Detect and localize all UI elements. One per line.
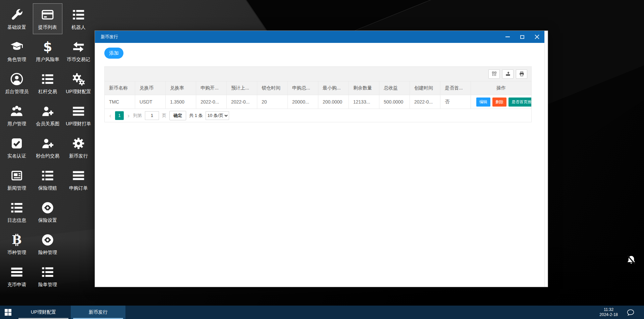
sidebar-item-insurance-type-management[interactable]: 险种管理 — [33, 229, 62, 259]
edit-button[interactable]: 编辑 — [476, 98, 490, 107]
sidebar-item-leverage-trading[interactable]: 杠杆交易 — [33, 68, 62, 99]
cell-exchange-coin: USDT — [135, 95, 166, 109]
homepage-recommend-button[interactable]: 是否首页推荐 — [508, 98, 532, 107]
cell-total-earnings: 500.0000 — [379, 95, 410, 109]
dollar-icon: $ — [41, 40, 54, 54]
cell-remaining: 12133... — [349, 95, 379, 109]
sidebar-item-coin-trade-records[interactable]: 币币交易记 — [64, 36, 93, 66]
sidebar-item-new-coin-issue[interactable]: 新币发行 — [64, 132, 93, 163]
exchange-arrows-icon — [72, 40, 85, 54]
prev-page-button[interactable]: ‹ — [109, 113, 112, 119]
sidebar-item-member-relation-graph[interactable]: 会员关系图 — [33, 100, 62, 131]
sidebar-item-deposit-requests[interactable]: 充币申请 — [2, 261, 32, 292]
sidebar-item-news-management[interactable]: 新闻管理 — [2, 164, 32, 195]
start-button[interactable] — [0, 306, 16, 319]
column-header: 兑换币 — [135, 81, 166, 95]
total-count-label: 共 1 条 — [189, 113, 203, 119]
next-page-button[interactable]: › — [127, 113, 130, 119]
sidebar-item-coin-management[interactable]: B 币种管理 — [2, 229, 32, 259]
taskbar-tab-label: 新币发行 — [89, 309, 108, 315]
columns-icon — [491, 71, 497, 77]
confirm-page-button[interactable]: 确定 — [169, 111, 186, 120]
sidebar-item-user-management[interactable]: 用户管理 — [2, 100, 32, 131]
sidebar-item-label: 机器人 — [71, 24, 86, 30]
sidebar-item-label: 基础设置 — [7, 24, 26, 30]
new-coin-table: 新币名称 兑换币 兑换率 申购开... 预计上... 锁仓时间 申购总... 最… — [104, 81, 532, 109]
sidebar-item-label: UP理财打单 — [66, 121, 91, 127]
bitcoin-icon: B — [10, 233, 23, 247]
graduation-cap-icon — [10, 40, 23, 54]
taskbar-tab-new-coin-issue[interactable]: 新币发行 — [71, 306, 125, 319]
sidebar-item-insurance-claims[interactable]: 保险理赔 — [33, 164, 62, 195]
cell-actions: 编辑删除是否首页推荐 — [471, 95, 532, 109]
close-icon — [535, 35, 539, 39]
column-header: 创建时间 — [410, 81, 440, 95]
insurance-logo-icon — [41, 233, 54, 247]
sidebar-item-withdraw-list[interactable]: 提币列表 — [33, 3, 62, 34]
sidebar-item-log-info[interactable]: 日志信息 — [2, 196, 32, 227]
minimize-icon — [505, 37, 510, 37]
maximize-button[interactable] — [515, 31, 530, 43]
clock-date: 2024-2-18 — [599, 312, 618, 317]
sidebar-item-label: 险种管理 — [38, 250, 57, 256]
sidebar-item-label: 币币交易记 — [67, 57, 90, 63]
sidebar-item-basic-settings[interactable]: 基础设置 — [2, 3, 32, 34]
sidebar-item-up-wealth-orders[interactable]: UP理财打单 — [64, 100, 93, 131]
export-icon — [505, 71, 511, 77]
sidebar-item-second-contract-trading[interactable]: 秒合约交易 — [33, 132, 62, 163]
window-title: 新币发行 — [101, 34, 118, 40]
taskbar: UP理财配置 新币发行 11:32 2024-2-18 — [0, 306, 644, 319]
sidebar-item-up-wealth-config[interactable]: UP理财配置 — [64, 68, 93, 99]
delete-button[interactable]: 删除 — [492, 98, 506, 107]
print-button[interactable] — [516, 69, 527, 79]
wrench-icon — [10, 7, 23, 22]
taskbar-tab-up-wealth-config[interactable]: UP理财配置 — [16, 306, 71, 319]
cell-created-time: 2022-0... — [410, 95, 440, 109]
column-header: 兑换率 — [166, 81, 196, 95]
goto-page-input[interactable] — [145, 111, 159, 120]
notification-bell-muted-icon[interactable] — [626, 255, 637, 265]
sidebar-item-label: 日志信息 — [7, 217, 26, 224]
user-plus-icon — [41, 136, 54, 151]
sidebar-item-policy-management[interactable]: 险单管理 — [33, 261, 62, 292]
column-header: 是否首... — [440, 81, 471, 95]
page-1-button[interactable]: 1 — [115, 111, 124, 120]
user-plus-icon — [41, 104, 54, 119]
window-scrollbar[interactable] — [544, 31, 548, 287]
cell-expected-listing: 2022-0... — [227, 95, 257, 109]
minimize-button[interactable] — [500, 31, 515, 43]
sidebar-item-robot[interactable]: 机器人 — [64, 3, 93, 34]
column-header: 总收益 — [379, 81, 410, 95]
columns-button[interactable] — [488, 69, 500, 79]
gear-icon — [72, 136, 85, 151]
windows-logo-icon — [5, 309, 11, 316]
window-titlebar: 新币发行 — [95, 31, 548, 43]
page-size-select[interactable]: 10 条/页 — [206, 111, 229, 120]
bars-icon — [10, 265, 23, 279]
sidebar-item-insurance-settings[interactable]: 保险设置 — [33, 196, 62, 227]
sidebar-item-label: 充币申请 — [7, 282, 26, 288]
sidebar-item-label: 险单管理 — [38, 282, 57, 288]
list-icon — [41, 72, 54, 86]
sidebar-item-role-management[interactable]: 角色管理 — [2, 36, 32, 66]
taskbar-clock[interactable]: 11:32 2024-2-18 — [599, 307, 618, 317]
cell-is-homepage: 否 — [440, 95, 471, 109]
add-button[interactable]: 添加 — [104, 48, 123, 59]
sidebar-item-kyc[interactable]: 实名认证 — [2, 132, 32, 163]
pagination-bar: ‹ 1 › 到第 页 确定 共 1 条 10 条/页 — [104, 109, 532, 122]
list-icon — [10, 200, 23, 215]
sidebar-item-label: 新闻管理 — [7, 185, 26, 191]
list-icon — [72, 7, 85, 22]
sidebar-item-subscription-orders[interactable]: 申购订单 — [64, 164, 93, 195]
cell-subscribe-start: 2022-0... — [196, 95, 227, 109]
sidebar-item-user-risk-rate[interactable]: $ 用户风险率 — [33, 36, 62, 66]
sidebar-item-admin-users[interactable]: 后台管理员 — [2, 68, 32, 99]
chat-bubble-icon[interactable] — [627, 308, 635, 316]
column-header: 剩余数量 — [349, 81, 379, 95]
svg-text:$: $ — [43, 40, 52, 54]
list-icon — [41, 168, 54, 183]
table-row: TMC USDT 1.3500 2022-0... 2022-0... 20 2… — [105, 95, 532, 109]
column-header: 锁仓时间 — [257, 81, 288, 95]
export-button[interactable] — [502, 69, 514, 79]
close-button[interactable] — [530, 31, 544, 43]
